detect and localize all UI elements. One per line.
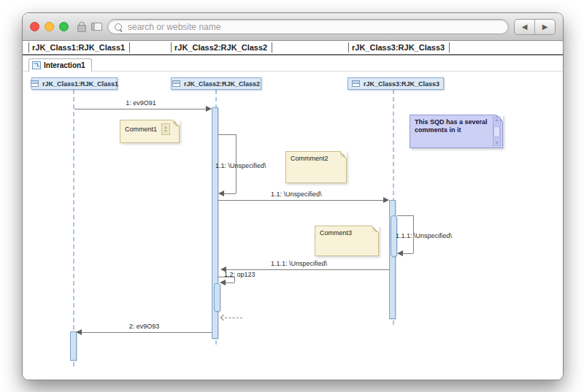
lock-icon[interactable] — [77, 25, 86, 32]
message-line — [225, 283, 234, 283]
arrowhead-right-icon — [206, 106, 212, 112]
sidebar-icon[interactable] — [91, 23, 102, 31]
arrowhead-left-icon — [397, 250, 403, 256]
object-icon — [172, 80, 180, 87]
spinner-down-icon[interactable]: ▼ — [164, 129, 168, 133]
pane-header-class3: rJK_Class3:RJK_Class3 — [348, 42, 450, 53]
tab-interaction1[interactable]: Interaction1 — [28, 58, 92, 72]
interaction-icon — [32, 61, 41, 69]
zoom-button[interactable] — [59, 22, 69, 31]
note-fold-icon — [372, 226, 379, 232]
scroll-up-icon[interactable]: ▲ — [495, 118, 499, 122]
scroll-thumb[interactable] — [493, 126, 500, 137]
browser-window: ◀ ▶ rJK_Class1:RJK_Class1 rJK_Class2:RJK… — [22, 12, 564, 380]
message-label: 1.2: op123 — [224, 271, 256, 278]
pane-header-class2: rJK_Class2:RJK_Class2 — [171, 42, 272, 53]
message-line — [218, 134, 236, 135]
header-divider — [23, 54, 563, 55]
activation-class2-nested[interactable] — [214, 283, 220, 312]
comment-spinner[interactable]: ▲ ▼ — [161, 123, 170, 135]
lifeline-class1[interactable] — [73, 90, 74, 366]
lifeline-label: rJK_Class2:RJK_Class2 — [184, 80, 260, 88]
comment-text: Comment1 — [125, 126, 157, 133]
lifeline-label: rJK_Class1:RJK_Class1 — [42, 80, 118, 88]
comment-text: Comment3 — [320, 229, 352, 237]
search-field[interactable] — [107, 19, 509, 34]
arrowhead-right-icon — [383, 197, 389, 203]
arrowhead-left-icon — [220, 280, 226, 285]
nav-buttons: ◀ ▶ — [514, 19, 556, 35]
note-fold-icon — [340, 151, 347, 158]
scroll-down-icon[interactable]: ▼ — [495, 141, 499, 145]
message-line — [225, 318, 242, 318]
note-fold-icon — [173, 120, 180, 126]
message-line — [82, 332, 212, 333]
message-line — [226, 269, 389, 270]
object-icon — [31, 80, 39, 87]
app-content: rJK_Class1:RJK_Class1 rJK_Class2:RJK_Cla… — [23, 42, 563, 380]
lifeline-head-class3[interactable]: rJK_Class3:RJK_Class3 — [347, 77, 444, 90]
object-icon — [352, 80, 360, 87]
minimize-button[interactable] — [45, 22, 54, 31]
activation-class1[interactable] — [70, 331, 77, 361]
pane-header-class1: rJK_Class1:RJK_Class1 — [28, 42, 130, 53]
lifeline-head-class1[interactable]: rJK_Class1:RJK_Class1 — [31, 77, 118, 90]
comment-text: Commment2 — [291, 155, 328, 162]
search-input[interactable] — [126, 21, 502, 33]
search-icon — [115, 23, 122, 31]
message-line — [218, 200, 383, 201]
message-label: 1.1: \Unspecified\ — [271, 191, 322, 198]
titlebar: ◀ ▶ — [23, 13, 563, 41]
open-arrowhead-left-icon — [220, 315, 226, 320]
blue-comment-note[interactable]: This SQD has a several comments in it ▲ … — [410, 115, 503, 148]
comment-note-2[interactable]: Commment2 — [285, 151, 347, 183]
arrowhead-left-icon — [76, 329, 82, 335]
message-line — [74, 109, 207, 109]
tab-divider — [23, 71, 563, 72]
message-line — [223, 193, 236, 194]
lifeline-head-class2[interactable]: rJK_Class2:RJK_Class2 — [171, 77, 261, 90]
comment-text: This SQD has a several comments in it — [415, 118, 488, 134]
screen: ◀ ▶ rJK_Class1:RJK_Class1 rJK_Class2:RJK… — [0, 0, 584, 392]
comment-note-3[interactable]: Comment3 — [315, 226, 379, 256]
back-button[interactable]: ◀ — [515, 20, 534, 34]
message-label: 2: ev9O93 — [77, 323, 212, 330]
lifeline-label: rJK_Class3:RJK_Class3 — [364, 80, 439, 88]
message-label: 1: ev9O91 — [74, 99, 207, 107]
message-label: 1.1: \Unspecified\ — [215, 162, 266, 169]
arrowhead-left-icon — [218, 191, 224, 196]
message-label: 1.1.1: \Unspecified\ — [271, 260, 327, 267]
note-scrollbar[interactable]: ▲ ▼ — [493, 117, 501, 146]
message-label: 1.1.1: \Unspecified\ — [396, 232, 452, 239]
forward-button[interactable]: ▶ — [534, 20, 555, 34]
close-button[interactable] — [30, 22, 39, 31]
tab-label: Interaction1 — [44, 61, 85, 69]
message-line — [397, 215, 413, 216]
comment-note-1[interactable]: Comment1 ▲ ▼ — [120, 120, 180, 143]
message-line — [402, 253, 413, 254]
